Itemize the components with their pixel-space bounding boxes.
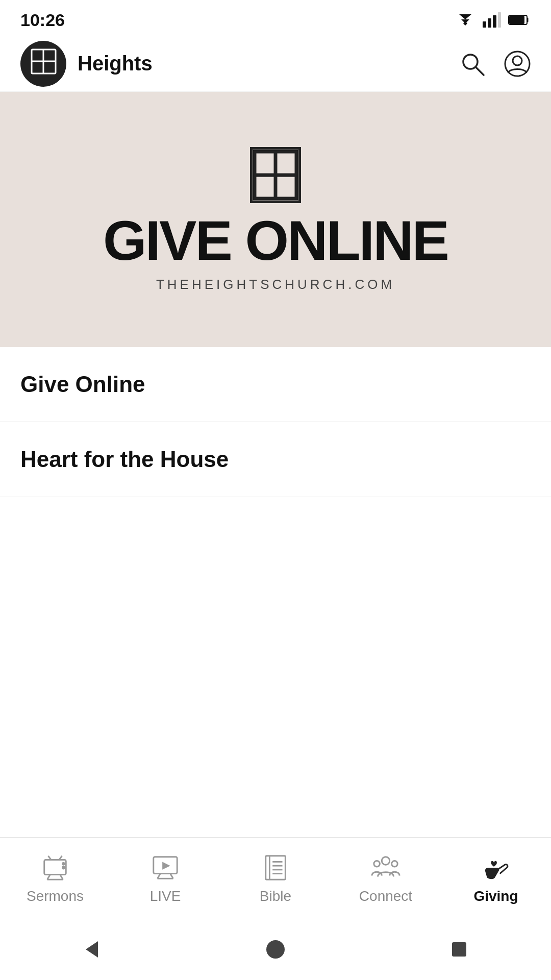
status-time: 10:26 <box>20 10 65 30</box>
svg-point-24 <box>63 863 65 865</box>
bottom-nav: Sermons LIVE <box>0 837 551 919</box>
svg-line-12 <box>475 67 484 75</box>
header-left: Heights <box>20 41 153 87</box>
svg-rect-5 <box>498 12 501 28</box>
svg-point-25 <box>63 867 65 869</box>
svg-point-42 <box>266 940 285 959</box>
system-nav <box>0 919 551 980</box>
battery-icon <box>508 14 531 26</box>
svg-rect-7 <box>510 16 524 23</box>
svg-marker-27 <box>162 862 170 869</box>
svg-point-39 <box>374 861 380 867</box>
svg-line-29 <box>170 873 173 878</box>
list-item-heart-for-house[interactable]: Heart for the House <box>0 422 551 497</box>
status-bar: 10:26 <box>0 0 551 36</box>
giving-icon <box>478 852 514 883</box>
svg-marker-41 <box>86 941 98 958</box>
svg-rect-2 <box>483 21 486 28</box>
back-button[interactable] <box>74 932 110 967</box>
svg-point-40 <box>392 861 398 867</box>
nav-label-connect: Connect <box>359 888 412 904</box>
svg-marker-1 <box>459 14 471 19</box>
nav-connect[interactable]: Connect <box>331 852 441 904</box>
profile-icon[interactable] <box>504 51 531 77</box>
logo-letter <box>30 47 58 80</box>
list-item-title-1: Heart for the House <box>20 447 229 472</box>
nav-label-giving: Giving <box>473 888 518 904</box>
hero-url: THEHEIGHTSCHURCH.COM <box>156 277 395 292</box>
svg-rect-3 <box>488 18 491 28</box>
nav-label-bible: Bible <box>260 888 291 904</box>
hero-banner[interactable]: GIVE ONLINE THEHEIGHTSCHURCH.COM <box>0 92 551 347</box>
nav-label-live: LIVE <box>150 888 181 904</box>
nav-giving[interactable]: Giving <box>441 852 551 904</box>
list-item-title-0: Give Online <box>20 372 145 397</box>
svg-rect-4 <box>493 15 496 28</box>
nav-sermons[interactable]: Sermons <box>0 852 110 904</box>
svg-marker-0 <box>461 19 469 23</box>
header-actions <box>459 51 531 77</box>
app-header: Heights <box>0 36 551 92</box>
svg-line-28 <box>158 873 161 878</box>
hero-logo <box>250 147 301 203</box>
sermons-icon <box>37 852 73 883</box>
app-title: Heights <box>78 52 153 75</box>
hero-title: GIVE ONLINE <box>103 212 448 268</box>
nav-label-sermons: Sermons <box>27 888 84 904</box>
bible-icon <box>258 852 293 883</box>
live-icon <box>147 852 183 883</box>
app-logo[interactable] <box>20 41 66 87</box>
svg-rect-31 <box>266 855 286 879</box>
svg-point-38 <box>382 856 389 864</box>
status-icons <box>455 12 531 28</box>
connect-icon <box>368 852 404 883</box>
content-list: Give Online Heart for the House <box>0 347 551 497</box>
svg-point-14 <box>513 56 522 65</box>
svg-rect-43 <box>452 942 466 957</box>
list-item-give-online[interactable]: Give Online <box>0 347 551 422</box>
home-button[interactable] <box>258 932 293 967</box>
signal-icon <box>483 12 501 28</box>
wifi-icon <box>455 12 475 28</box>
recents-button[interactable] <box>441 932 477 967</box>
nav-bible[interactable]: Bible <box>220 852 331 904</box>
search-icon[interactable] <box>459 51 486 77</box>
nav-live[interactable]: LIVE <box>110 852 220 904</box>
